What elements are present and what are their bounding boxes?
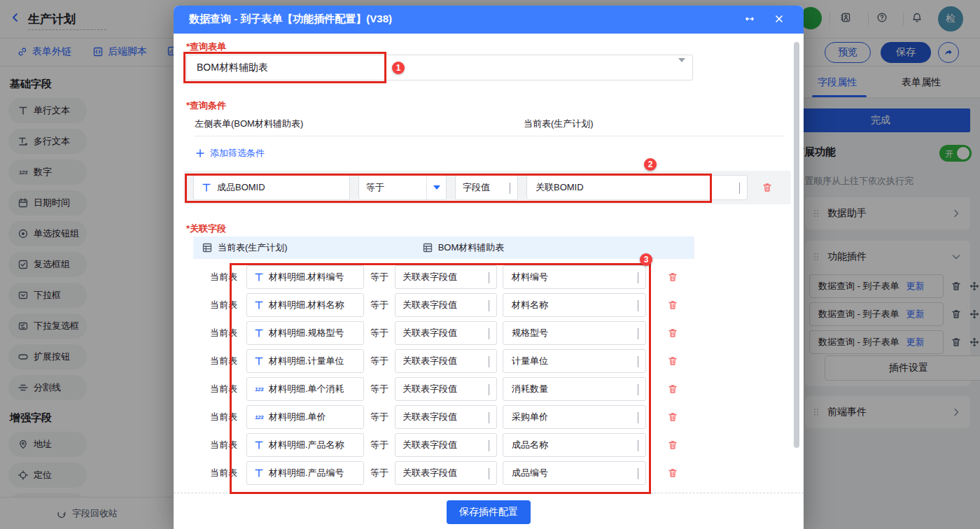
row-value-select[interactable]: 采购单价 bbox=[503, 405, 646, 429]
row-value: 材料名称 bbox=[512, 299, 548, 311]
row-prefix-label: 当前表 bbox=[210, 439, 241, 451]
row-map-select[interactable]: 关联表字段值 bbox=[395, 321, 497, 345]
table-icon bbox=[422, 242, 433, 253]
delete-row-button[interactable] bbox=[667, 355, 678, 367]
row-field-value: 材料明细.单个消耗 bbox=[269, 383, 344, 395]
expand-icon bbox=[744, 13, 755, 24]
row-map-select[interactable]: 关联表字段值 bbox=[395, 405, 497, 429]
row-map-select[interactable]: 关联表字段值 bbox=[395, 433, 497, 457]
row-field-value: 材料明细.材料名称 bbox=[269, 299, 344, 311]
query-form-value: BOM材料辅助表 bbox=[197, 62, 268, 74]
row-map-select[interactable]: 关联表字段值 bbox=[395, 349, 497, 373]
related-field-row: 当前表 材料明细.材料编号 等于 关联表字段值 材料编号 bbox=[174, 263, 804, 291]
row-operator-label: 等于 bbox=[370, 299, 389, 311]
row-prefix-label: 当前表 bbox=[210, 411, 241, 423]
row-map-select[interactable]: 关联表字段值 bbox=[395, 265, 497, 289]
row-value: 规格型号 bbox=[512, 327, 548, 339]
field-type-icon bbox=[253, 327, 265, 339]
delete-row-button[interactable] bbox=[667, 271, 678, 283]
delete-row-button[interactable] bbox=[667, 299, 678, 311]
delete-row-button[interactable] bbox=[667, 411, 678, 423]
delete-row-button[interactable] bbox=[667, 383, 678, 395]
close-button[interactable] bbox=[774, 13, 785, 27]
chevron-down-icon bbox=[638, 300, 638, 311]
row-field-value: 材料明细.材料编号 bbox=[269, 271, 344, 283]
row-value: 成品编号 bbox=[512, 467, 548, 479]
related-field-row: 当前表 材料明细.产品名称 等于 关联表字段值 成品名称 bbox=[174, 431, 804, 459]
chevron-down-icon bbox=[489, 272, 489, 283]
row-field-input[interactable]: 材料明细.材料名称 bbox=[246, 293, 364, 317]
delete-row-button[interactable] bbox=[667, 327, 678, 339]
modal-scrollbar[interactable] bbox=[794, 42, 799, 448]
related-field-row: 当前表 123 材料明细.单价 等于 关联表字段值 采购单价 bbox=[174, 403, 804, 431]
filter-operator-select[interactable]: 等于 bbox=[358, 175, 447, 200]
field-type-icon bbox=[253, 355, 265, 367]
field-type-icon bbox=[253, 467, 265, 479]
row-value-select[interactable]: 成品编号 bbox=[503, 461, 646, 485]
delete-filter-button[interactable] bbox=[762, 182, 773, 193]
row-map-value: 关联表字段值 bbox=[402, 327, 457, 339]
add-filter-button[interactable]: 添加筛选条件 bbox=[195, 147, 265, 160]
filter-value-type-select[interactable]: 字段值 bbox=[455, 175, 518, 200]
save-plugin-config-button[interactable]: 保存插件配置 bbox=[447, 500, 531, 524]
row-value-select[interactable]: 成品名称 bbox=[503, 433, 646, 457]
row-value-select[interactable]: 消耗数量 bbox=[503, 377, 646, 401]
row-map-value: 关联表字段值 bbox=[402, 271, 457, 283]
expand-button[interactable] bbox=[744, 13, 755, 27]
row-field-value: 材料明细.产品名称 bbox=[269, 439, 344, 451]
field-type-icon bbox=[253, 271, 265, 283]
filter-value-type: 字段值 bbox=[463, 181, 490, 194]
row-field-input[interactable]: 材料明细.计量单位 bbox=[246, 349, 364, 373]
app-root: 生产计划 检 表单外链 后端脚本 基础字段 单行文本 bbox=[0, 0, 980, 529]
filter-value-select[interactable]: 关联BOMID bbox=[526, 175, 748, 200]
row-prefix-label: 当前表 bbox=[210, 299, 241, 311]
chevron-down-icon bbox=[638, 328, 638, 339]
row-field-value: 材料明细.单价 bbox=[269, 411, 326, 423]
row-field-input[interactable]: 材料明细.产品名称 bbox=[246, 433, 364, 457]
delete-row-button[interactable] bbox=[667, 439, 678, 451]
row-value-select[interactable]: 计量单位 bbox=[503, 349, 646, 373]
related-fields-header: 当前表(生产计划) BOM材料辅助表 bbox=[193, 237, 694, 259]
row-value-select[interactable]: 材料名称 bbox=[503, 293, 646, 317]
plugin-config-modal: 数据查询 - 到子表单【功能插件配置】(V38) *查询表单 BOM材料辅助表 … bbox=[174, 6, 804, 529]
chevron-down-icon bbox=[510, 183, 510, 193]
chevron-down-icon bbox=[638, 356, 638, 367]
chevron-down-icon bbox=[489, 356, 489, 367]
annotation-badge-1: 1 bbox=[392, 62, 405, 74]
chevron-down-icon bbox=[489, 440, 489, 451]
delete-row-button[interactable] bbox=[667, 467, 678, 479]
related-field-rows: 当前表 材料明细.材料编号 等于 关联表字段值 材料编号 bbox=[174, 263, 804, 487]
row-prefix-label: 当前表 bbox=[210, 467, 241, 479]
row-prefix-label: 当前表 bbox=[210, 383, 241, 395]
row-prefix-label: 当前表 bbox=[210, 355, 241, 367]
caret-down-icon bbox=[426, 176, 446, 199]
row-map-select[interactable]: 关联表字段值 bbox=[395, 461, 497, 485]
close-icon bbox=[774, 13, 785, 24]
row-map-select[interactable]: 关联表字段值 bbox=[395, 293, 497, 317]
row-value-select[interactable]: 材料编号 bbox=[503, 265, 646, 289]
filter-value: 关联BOMID bbox=[536, 181, 584, 194]
field-type-icon: 123 bbox=[253, 411, 265, 423]
row-field-input[interactable]: 123 材料明细.单价 bbox=[246, 405, 364, 429]
row-prefix-label: 当前表 bbox=[210, 327, 241, 339]
modal-footer: 保存插件配置 bbox=[174, 493, 804, 529]
row-operator-label: 等于 bbox=[370, 383, 389, 395]
row-operator-label: 等于 bbox=[370, 439, 389, 451]
row-value-select[interactable]: 规格型号 bbox=[503, 321, 646, 345]
row-field-input[interactable]: 材料明细.材料编号 bbox=[246, 265, 364, 289]
chevron-down-icon bbox=[638, 272, 638, 283]
row-operator-label: 等于 bbox=[370, 411, 389, 423]
row-map-value: 关联表字段值 bbox=[402, 411, 457, 423]
field-type-icon bbox=[253, 299, 265, 311]
row-value: 成品名称 bbox=[512, 439, 548, 451]
related-field-row: 当前表 123 材料明细.单个消耗 等于 关联表字段值 消耗数量 bbox=[174, 375, 804, 403]
filter-field-input[interactable]: 成品BOMID bbox=[193, 175, 350, 200]
row-value: 消耗数量 bbox=[512, 383, 548, 395]
query-form-select[interactable]: BOM材料辅助表 bbox=[186, 55, 693, 80]
row-map-select[interactable]: 关联表字段值 bbox=[395, 377, 497, 401]
row-field-input[interactable]: 材料明细.产品编号 bbox=[246, 461, 364, 485]
row-field-input[interactable]: 123 材料明细.单个消耗 bbox=[246, 377, 364, 401]
chevron-down-icon bbox=[638, 412, 638, 423]
row-field-input[interactable]: 材料明细.规格型号 bbox=[246, 321, 364, 345]
row-value: 计量单位 bbox=[512, 355, 548, 367]
